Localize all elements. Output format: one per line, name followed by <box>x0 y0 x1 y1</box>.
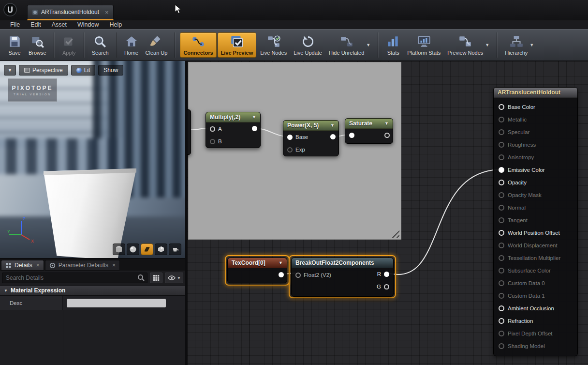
toolbar-button-save[interactable]: Save <box>4 33 25 57</box>
toolbar-button-home[interactable]: Home <box>121 33 142 57</box>
output-pin[interactable] <box>330 134 336 139</box>
material-expression-section-header[interactable]: ▼ Material Expression <box>0 285 185 296</box>
toolbar-button-preview-nodes[interactable]: Preview Nodes▼ <box>444 33 492 57</box>
preview-shape-teapot-button[interactable] <box>169 243 181 255</box>
toolbar-button-search[interactable]: Search <box>89 33 112 57</box>
toolbar-button-apply[interactable]: Apply <box>59 33 79 57</box>
material-node-header[interactable]: ARTranslucentHoldout <box>494 88 577 98</box>
material-pin-custom-data-0[interactable]: Custom Data 0 <box>494 277 577 289</box>
menu-file[interactable]: File <box>5 21 25 29</box>
pin-circle[interactable] <box>499 192 504 198</box>
toolbar-button-hide-unrelated[interactable]: Hide Unrelated▼ <box>326 33 373 57</box>
material-pin-emissive-color[interactable]: Emissive Color <box>494 164 577 176</box>
preview-shape-cube-button[interactable] <box>155 243 167 255</box>
toolbar-button-platform-stats[interactable]: Platform Stats <box>404 33 443 57</box>
output-pin[interactable] <box>279 272 284 277</box>
chevron-down-icon[interactable]: ▼ <box>381 121 389 126</box>
material-pin-world-position-offset[interactable]: World Position Offset <box>494 227 577 239</box>
material-result-node[interactable]: ARTranslucentHoldout Base ColorMetallicS… <box>493 87 578 356</box>
output-pin-g[interactable] <box>384 284 389 289</box>
property-matrix-button[interactable] <box>150 273 162 283</box>
pin-circle[interactable] <box>499 167 504 173</box>
pin-circle[interactable] <box>499 117 504 122</box>
output-pin[interactable] <box>252 126 257 131</box>
input-pin-float2[interactable] <box>295 273 301 278</box>
toolbar-button-live-preview[interactable]: Live Preview <box>218 32 257 58</box>
material-pin-normal[interactable]: Normal <box>494 201 577 214</box>
view-options-button[interactable]: ▼ <box>165 273 183 283</box>
material-pin-refraction[interactable]: Refraction <box>494 315 577 327</box>
pin-circle[interactable] <box>499 268 504 274</box>
node-breakout-header[interactable]: BreakOutFloat2Components <box>292 258 393 268</box>
input-pin-a[interactable] <box>210 126 215 132</box>
pin-circle[interactable] <box>499 205 504 211</box>
pin-circle[interactable] <box>499 331 504 336</box>
toolbar-button-live-update[interactable]: Live Update <box>291 33 325 57</box>
toolbar-button-hierarchy[interactable]: Hierarchy▼ <box>502 33 537 57</box>
toolbar-button-clean-up[interactable]: Clean Up <box>143 33 171 57</box>
material-pin-specular[interactable]: Specular <box>494 126 577 138</box>
pin-circle[interactable] <box>499 305 504 311</box>
input-pin[interactable] <box>349 133 354 138</box>
node-saturate[interactable]: Saturate ▼ <box>345 118 393 144</box>
preview-shape-sphere-button[interactable] <box>127 243 139 255</box>
lit-mode-button[interactable]: Lit <box>71 65 96 76</box>
toolbar-button-stats[interactable]: Stats <box>383 33 403 57</box>
material-pin-tangent[interactable]: Tangent <box>494 214 577 227</box>
pin-circle[interactable] <box>499 217 504 223</box>
toolbar-button-browse[interactable]: Browse <box>26 33 49 57</box>
search-input[interactable] <box>2 273 147 283</box>
material-graph-canvas[interactable]: Multiply(,2) ▼ A B Power(X, 5) ▼ Base Ex… <box>187 61 588 365</box>
pin-circle[interactable] <box>499 343 504 349</box>
material-pin-custom-data-1[interactable]: Custom Data 1 <box>494 289 577 302</box>
material-pin-tessellation-multiplier[interactable]: Tessellation Multiplier <box>494 252 577 264</box>
menu-asset[interactable]: Asset <box>46 21 72 29</box>
material-pin-anisotropy[interactable]: Anisotropy <box>494 151 577 164</box>
material-pin-metallic[interactable]: Metallic <box>494 113 577 126</box>
menu-edit[interactable]: Edit <box>25 21 46 29</box>
pin-circle[interactable] <box>499 230 504 236</box>
output-pin-r[interactable] <box>384 272 389 277</box>
preview-shape-plane-button[interactable] <box>141 243 153 255</box>
pin-circle[interactable] <box>499 129 504 135</box>
pin-circle[interactable] <box>499 293 504 299</box>
material-pin-roughness[interactable]: Roughness <box>494 138 577 151</box>
input-pin-exp[interactable] <box>287 147 293 152</box>
material-pin-opacity[interactable]: Opacity <box>494 176 577 189</box>
node-saturate-header[interactable]: Saturate ▼ <box>345 119 393 129</box>
material-pin-opacity-mask[interactable]: Opacity Mask <box>494 189 577 201</box>
chevron-down-icon[interactable]: ▼ <box>366 43 370 47</box>
chevron-down-icon[interactable]: ▼ <box>248 115 256 120</box>
pin-circle[interactable] <box>499 243 504 248</box>
pin-circle[interactable] <box>499 142 504 148</box>
node-multiply-header[interactable]: Multiply(,2) ▼ <box>206 112 260 122</box>
node-power-header[interactable]: Power(X, 5) ▼ <box>283 121 338 131</box>
pin-circle[interactable] <box>499 104 504 110</box>
preview-viewport[interactable]: ▼ Perspective Lit Show PIXOTOPE TRIAL VE… <box>0 61 185 258</box>
perspective-button[interactable]: Perspective <box>19 65 68 76</box>
node-texcoord-header[interactable]: TexCoord[0] ▼ <box>228 258 287 268</box>
chevron-down-icon[interactable]: ▼ <box>275 260 283 265</box>
chevron-down-icon[interactable]: ▼ <box>485 43 489 47</box>
material-pin-ambient-occlusion[interactable]: Ambient Occlusion <box>494 302 577 315</box>
asset-tab-artranslucentholdout[interactable]: ARTranslucentHoldout × <box>27 5 114 20</box>
chevron-down-icon[interactable]: ▼ <box>326 123 335 128</box>
pin-circle[interactable] <box>499 280 504 286</box>
material-pin-subsurface-color[interactable]: Subsurface Color <box>494 264 577 277</box>
unreal-engine-logo[interactable] <box>3 2 17 17</box>
material-pin-pixel-depth-offset[interactable]: Pixel Depth Offset <box>494 327 577 340</box>
show-button[interactable]: Show <box>98 65 123 76</box>
material-pin-base-color[interactable]: Base Color <box>494 101 577 113</box>
toolbar-button-connectors[interactable]: Connectors <box>180 32 216 58</box>
tab-close-icon[interactable]: × <box>36 262 40 269</box>
material-pin-world-displacement[interactable]: World Displacement <box>494 239 577 252</box>
offscreen-node[interactable] <box>187 109 191 155</box>
details-tab-details[interactable]: Details× <box>1 260 44 271</box>
details-tab-parameter-defaults[interactable]: Parameter Defaults× <box>45 260 120 271</box>
input-pin-b[interactable] <box>210 139 215 144</box>
output-pin[interactable] <box>384 133 390 138</box>
node-breakout-float2[interactable]: BreakOutFloat2Components Float2 (V2) R G <box>291 258 394 297</box>
comment-resize-handle[interactable] <box>392 230 399 238</box>
preview-shape-cylinder-button[interactable] <box>113 243 125 255</box>
pin-circle[interactable] <box>499 154 504 160</box>
